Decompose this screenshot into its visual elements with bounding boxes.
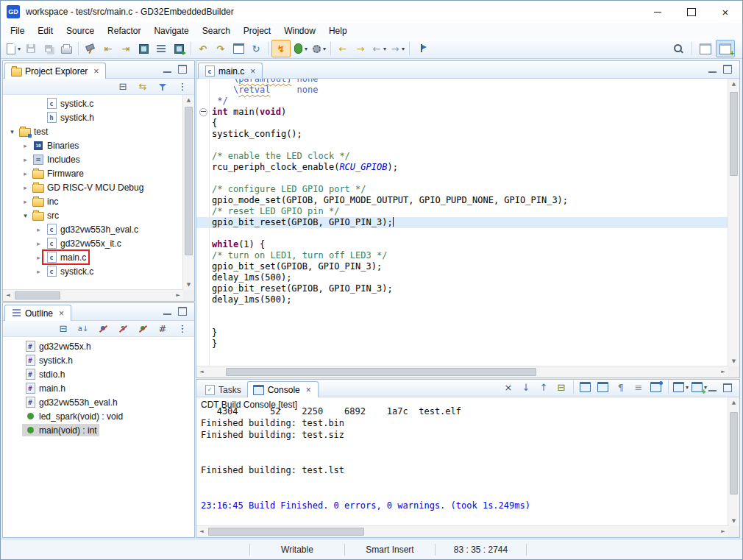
refresh-button[interactable]: ↻ [247, 40, 265, 57]
link-with-editor-button[interactable]: # [154, 322, 171, 336]
code-line[interactable]: \param[out] none [196, 79, 728, 85]
tab-tasks[interactable]: Tasks [198, 381, 247, 397]
code-line[interactable] [196, 140, 728, 151]
collapsed-arrow-icon[interactable]: ▸ [34, 268, 43, 275]
menu-search[interactable]: Search [196, 24, 237, 38]
open-console-button[interactable]: ▾ [690, 379, 708, 395]
scroll-up-icon[interactable]: ▲ [728, 397, 739, 408]
code-line[interactable]: delay_1ms(500); [196, 294, 728, 305]
maximize-view-button[interactable] [178, 65, 187, 74]
scroll-left-icon[interactable]: ◄ [196, 526, 207, 537]
tab-main-c[interactable]: main.c × [198, 63, 263, 79]
menu-navigate[interactable]: Navigate [147, 24, 195, 38]
code-line[interactable]: while(1) { [196, 239, 728, 250]
previous-marker-button[interactable]: ↑ [535, 379, 552, 395]
minimize-button[interactable] [641, 1, 675, 23]
close-icon[interactable]: × [305, 386, 313, 394]
menu-window[interactable]: Window [277, 24, 322, 38]
outline-item[interactable]: main.h [3, 381, 194, 395]
build-button[interactable] [82, 40, 99, 57]
filter-button[interactable] [154, 80, 171, 93]
show-stdout-console-button[interactable] [577, 379, 594, 395]
flash-download-button[interactable]: ↯ [271, 40, 291, 57]
outline-item[interactable]: systick.h [3, 353, 194, 367]
scroll-up-icon[interactable]: ▲ [728, 79, 739, 89]
collapsed-arrow-icon[interactable]: ▸ [21, 184, 30, 191]
tab-outline[interactable]: Outline × [4, 305, 71, 321]
jump-next-button[interactable]: ⇥ [117, 40, 135, 57]
tree-item[interactable]: ▸Binaries [3, 138, 183, 152]
word-wrap-button[interactable]: ¶ [612, 379, 630, 395]
code-line[interactable]: /* configure LED GPIO port */ [196, 184, 728, 195]
tab-console[interactable]: Console× [247, 381, 319, 397]
console-horizontal-scrollbar[interactable]: ◄ ► [196, 525, 728, 537]
editor-horizontal-scrollbar[interactable]: ◄ ► [196, 366, 728, 378]
collapsed-arrow-icon[interactable]: ▸ [21, 170, 30, 177]
code-line[interactable]: int main(void) [196, 107, 728, 118]
pin-editor-button[interactable] [413, 40, 430, 57]
tree-item[interactable]: ▸main.c [3, 250, 183, 264]
scrollbar-thumb[interactable] [208, 528, 364, 536]
code-line[interactable]: /* reset LED GPIO pin */ [196, 206, 728, 217]
fold-collapse-icon[interactable] [199, 108, 207, 116]
minimize-view-button[interactable] [163, 308, 171, 315]
jump-previous-button[interactable]: ⇤ [99, 40, 117, 57]
search-button[interactable] [669, 40, 687, 57]
scroll-right-icon[interactable]: ► [718, 366, 728, 378]
code-line[interactable]: } [196, 339, 728, 350]
scroll-up-icon[interactable]: ▲ [183, 95, 194, 105]
outline-list[interactable]: gd32vw55x.hsystick.hstdio.hmain.hgd32vw5… [3, 337, 194, 537]
hide-fields-button[interactable] [94, 322, 112, 336]
code-line[interactable]: rcu_periph_clock_enable(RCU_GPIOB); [196, 162, 728, 173]
code-line[interactable]: gpio_bit_reset(GPIOB, GPIO_PIN_3); [196, 283, 728, 294]
display-console-button[interactable]: ▾ [672, 379, 690, 395]
scroll-right-icon[interactable]: ► [173, 290, 183, 301]
maximize-button[interactable] [675, 1, 708, 23]
back-history-button[interactable]: ←▾ [369, 40, 388, 57]
scrollbar-thumb[interactable] [730, 412, 738, 495]
tree-item[interactable]: systick.h [3, 110, 183, 124]
tree-item[interactable]: ▸Includes [3, 152, 183, 166]
console-output[interactable]: 4304 52 2250 6892 1a7c test.elfFinished … [196, 405, 728, 511]
view-menu-button[interactable]: ⋮ [174, 80, 191, 93]
minimize-view-button[interactable] [708, 65, 717, 73]
new-wizard-button[interactable]: ▾ [4, 40, 22, 57]
view-menu-button[interactable]: ⋮ [174, 322, 191, 336]
external-tools-button[interactable]: ▾ [309, 40, 327, 57]
save-button[interactable] [22, 40, 40, 57]
scrollbar-thumb[interactable] [185, 107, 193, 255]
close-icon[interactable]: × [57, 309, 65, 318]
collapse-all-button[interactable]: ⊟ [114, 80, 132, 93]
outline-item[interactable]: gd32vw553h_eval.h [3, 395, 194, 409]
next-marker-button[interactable]: ↓ [517, 379, 535, 395]
tab-project-explorer[interactable]: Project Explorer × [4, 63, 106, 79]
menu-help[interactable]: Help [322, 24, 354, 38]
explorer-horizontal-scrollbar[interactable]: ◄ ► [3, 289, 183, 301]
code-line[interactable]: gpio_mode_set(GPIOB, GPIO_MODE_OUTPUT, G… [196, 195, 728, 206]
chip-program-button[interactable] [170, 40, 188, 57]
menu-project[interactable]: Project [237, 24, 277, 38]
scroll-lock-button[interactable]: ≡ [630, 379, 647, 395]
collapsed-arrow-icon[interactable]: ▸ [21, 142, 30, 149]
tree-item[interactable]: ▸systick.c [3, 264, 183, 278]
show-stderr-console-button[interactable] [594, 379, 612, 395]
collapsed-arrow-icon[interactable]: ▸ [34, 254, 43, 261]
mcu-config-button[interactable] [135, 40, 152, 57]
scroll-down-icon[interactable]: ▼ [183, 280, 194, 290]
outline-item[interactable]: led_spark(void) : void [3, 409, 194, 423]
menu-refactor[interactable]: Refactor [101, 24, 147, 38]
print-button[interactable] [57, 40, 75, 57]
link-with-editor-button[interactable]: ⇆ [134, 80, 152, 93]
sort-button[interactable]: a↓ [74, 322, 92, 336]
expanded-arrow-icon[interactable]: ▾ [21, 212, 30, 219]
close-icon[interactable]: × [249, 67, 257, 76]
expanded-arrow-icon[interactable]: ▾ [7, 128, 17, 135]
open-perspective-button[interactable] [697, 40, 714, 57]
code-line[interactable]: delay_1ms(500); [196, 272, 728, 283]
scroll-down-icon[interactable]: ▼ [728, 516, 739, 526]
collapse-all-button[interactable]: ⊟ [54, 322, 72, 336]
tree-item[interactable]: ▸Firmware [3, 166, 183, 180]
code-line[interactable]: systick_config(); [196, 129, 728, 140]
outline-item[interactable]: main(void) : int [3, 423, 194, 437]
scroll-left-icon[interactable]: ◄ [3, 290, 13, 301]
